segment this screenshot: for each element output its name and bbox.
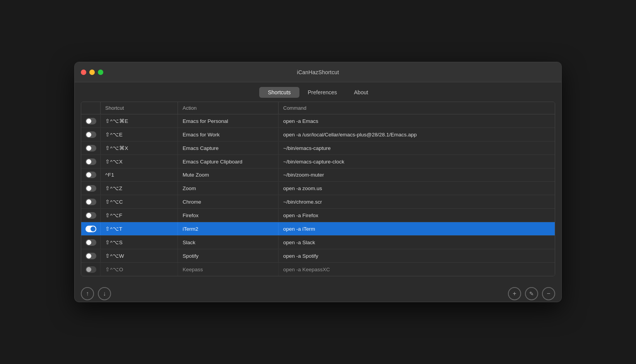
main-window: iCanHazShortcut Shortcuts Preferences Ab… xyxy=(74,62,562,302)
toggle-switch[interactable] xyxy=(85,172,96,178)
toggle-switch[interactable] xyxy=(85,239,96,246)
toggle-switch[interactable] xyxy=(85,253,96,259)
remove-button[interactable]: − xyxy=(542,287,555,300)
header-toggle xyxy=(81,102,101,114)
close-button[interactable] xyxy=(81,70,86,75)
table-row[interactable]: ⇧^⌥SSlackopen -a Slack xyxy=(81,236,555,249)
table-row[interactable]: ⇧^⌥OKeepassopen -a KeepassXC xyxy=(81,263,555,276)
table-row[interactable]: ⇧^⌥WSpotifyopen -a Spotify xyxy=(81,249,555,263)
table-body: ⇧^⌥⌘EEmacs for Personalopen -a Emacs⇧^⌥E… xyxy=(81,114,555,276)
toggle-cell xyxy=(81,142,101,155)
maximize-button[interactable] xyxy=(98,70,103,75)
traffic-lights xyxy=(81,70,103,75)
table-row[interactable]: ⇧^⌥XEmacs Capture Clipboard~/bin/emacs-c… xyxy=(81,155,555,168)
command-cell: open -a Emacs xyxy=(279,115,555,128)
header-shortcut: Shortcut xyxy=(101,102,178,114)
command-cell: open -a /usr/local/Cellar/emacs-plus@28/… xyxy=(279,128,555,141)
command-cell: ~/bin/zoom-muter xyxy=(279,168,555,181)
shortcut-cell: ⇧^⌥Z xyxy=(101,182,178,195)
toggle-cell xyxy=(81,128,101,141)
table-row[interactable]: ⇧^⌥⌘XEmacs Capture~/bin/emacs-capture xyxy=(81,141,555,155)
bottom-bar: ↑ ↓ + ✎ − xyxy=(75,282,561,302)
shortcut-cell: ⇧^⌥W xyxy=(101,249,178,262)
table-header: Shortcut Action Command xyxy=(81,102,555,114)
shortcut-cell: ⇧^⌥X xyxy=(101,155,178,168)
toggle-switch[interactable] xyxy=(85,199,96,205)
command-cell: open -a Firefox xyxy=(279,209,555,222)
header-action: Action xyxy=(178,102,279,114)
shortcut-cell: ⇧^⌥C xyxy=(101,195,178,208)
command-cell: open -a KeepassXC xyxy=(279,263,555,276)
shortcut-cell: ⇧^⌥E xyxy=(101,128,178,141)
shortcut-cell: ^F1 xyxy=(101,168,178,181)
shortcut-cell: ⇧^⌥F xyxy=(101,209,178,222)
table-row[interactable]: ⇧^⌥ZZoomopen -a zoom.us xyxy=(81,182,555,195)
title-bar: iCanHazShortcut xyxy=(75,62,561,82)
toggle-switch[interactable] xyxy=(85,266,96,273)
table-row[interactable]: ⇧^⌥TiTerm2open -a iTerm xyxy=(81,222,555,236)
minimize-button[interactable] xyxy=(89,70,95,75)
table-row[interactable]: ⇧^⌥⌘EEmacs for Personalopen -a Emacs xyxy=(81,114,555,128)
window-title: iCanHazShortcut xyxy=(297,69,339,75)
shortcut-cell: ⇧^⌥T xyxy=(101,222,178,235)
toggle-cell xyxy=(81,263,101,276)
shortcut-cell: ⇧^⌥S xyxy=(101,236,178,249)
action-cell: Emacs for Personal xyxy=(178,115,279,128)
command-cell: ~/bin/emacs-capture-clock xyxy=(279,155,555,168)
shortcut-cell: ⇧^⌥⌘X xyxy=(101,141,178,155)
toggle-cell xyxy=(81,209,101,222)
tab-shortcuts[interactable]: Shortcuts xyxy=(259,87,299,98)
action-cell: Mute Zoom xyxy=(178,168,279,181)
command-cell: open -a Slack xyxy=(279,236,555,249)
main-content: Shortcut Action Command ⇧^⌥⌘EEmacs for P… xyxy=(75,102,561,282)
action-cell: Keepass xyxy=(178,263,279,276)
shortcut-cell: ⇧^⌥⌘E xyxy=(101,114,178,128)
reorder-buttons: ↑ ↓ xyxy=(81,287,111,300)
shortcuts-table: Shortcut Action Command ⇧^⌥⌘EEmacs for P… xyxy=(81,102,555,276)
table-row[interactable]: ^F1Mute Zoom~/bin/zoom-muter xyxy=(81,168,555,182)
action-cell: Emacs for Work xyxy=(178,128,279,141)
table-row[interactable]: ⇧^⌥FFirefoxopen -a Firefox xyxy=(81,209,555,222)
toggle-cell xyxy=(81,250,101,262)
action-cell: Firefox xyxy=(178,209,279,222)
action-cell: Emacs Capture Clipboard xyxy=(178,155,279,168)
tab-bar: Shortcuts Preferences About xyxy=(75,82,561,102)
command-cell: open -a Spotify xyxy=(279,250,555,262)
move-up-button[interactable]: ↑ xyxy=(81,287,94,300)
edit-button[interactable]: ✎ xyxy=(525,287,538,300)
toggle-cell xyxy=(81,196,101,208)
toggle-switch[interactable] xyxy=(85,118,96,124)
toggle-cell xyxy=(81,236,101,249)
header-command: Command xyxy=(279,102,555,114)
toggle-switch[interactable] xyxy=(85,158,96,165)
toggle-cell xyxy=(81,168,101,181)
action-cell: Zoom xyxy=(178,182,279,195)
action-cell: Slack xyxy=(178,236,279,249)
action-cell: Spotify xyxy=(178,250,279,262)
table-row[interactable]: ⇧^⌥EEmacs for Workopen -a /usr/local/Cel… xyxy=(81,128,555,141)
action-cell: Chrome xyxy=(178,196,279,208)
toggle-cell xyxy=(81,115,101,128)
shortcut-cell: ⇧^⌥O xyxy=(101,263,178,276)
action-cell: iTerm2 xyxy=(178,223,279,235)
tab-preferences[interactable]: Preferences xyxy=(299,87,345,98)
command-cell: ~/bin/emacs-capture xyxy=(279,142,555,155)
toggle-cell xyxy=(81,223,101,235)
crud-buttons: + ✎ − xyxy=(508,287,555,300)
toggle-switch[interactable] xyxy=(85,145,96,151)
command-cell: open -a zoom.us xyxy=(279,182,555,195)
tab-about[interactable]: About xyxy=(345,87,377,98)
toggle-cell xyxy=(81,182,101,195)
toggle-switch[interactable] xyxy=(85,212,96,219)
toggle-switch[interactable] xyxy=(85,185,96,192)
toggle-switch[interactable] xyxy=(85,226,96,232)
action-cell: Emacs Capture xyxy=(178,142,279,155)
move-down-button[interactable]: ↓ xyxy=(98,287,111,300)
command-cell: open -a iTerm xyxy=(279,223,555,235)
toggle-cell xyxy=(81,155,101,168)
add-button[interactable]: + xyxy=(508,287,521,300)
toggle-switch[interactable] xyxy=(85,131,96,138)
table-row[interactable]: ⇧^⌥CChrome~/bin/chrome.scr xyxy=(81,195,555,209)
command-cell: ~/bin/chrome.scr xyxy=(279,196,555,208)
